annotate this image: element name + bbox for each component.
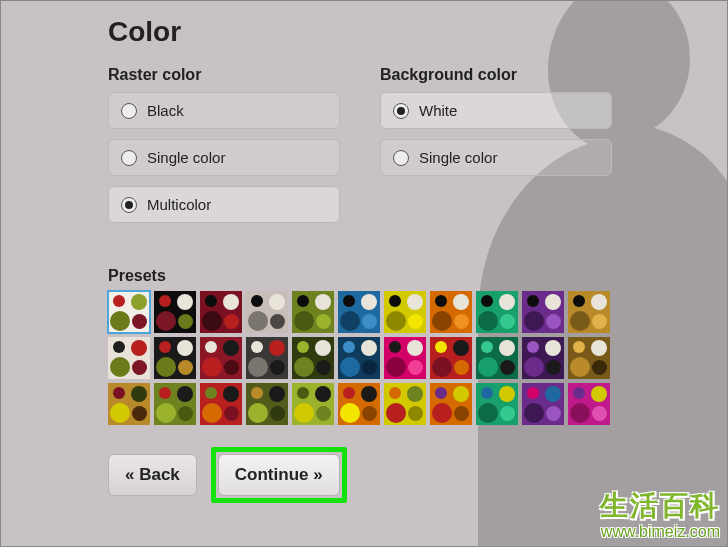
swatch-dot — [527, 387, 539, 399]
swatch-dot — [224, 360, 239, 375]
swatch-dot — [481, 341, 493, 353]
preset-swatch[interactable] — [246, 383, 288, 425]
preset-swatch[interactable] — [476, 291, 518, 333]
background-option[interactable]: White — [380, 92, 612, 129]
swatch-dot — [481, 295, 493, 307]
preset-swatch[interactable] — [568, 383, 610, 425]
swatch-dot — [478, 403, 498, 423]
preset-swatch[interactable] — [200, 337, 242, 379]
preset-swatch[interactable] — [430, 291, 472, 333]
preset-swatch[interactable] — [522, 383, 564, 425]
preset-swatch[interactable] — [200, 291, 242, 333]
swatch-dot — [362, 406, 377, 421]
swatch-dot — [500, 360, 515, 375]
preset-swatch[interactable] — [430, 337, 472, 379]
preset-swatch[interactable] — [108, 337, 150, 379]
swatch-dot — [408, 314, 423, 329]
swatch-dot — [361, 340, 377, 356]
raster-option[interactable]: Single color — [108, 139, 340, 176]
swatch-dot — [269, 294, 285, 310]
preset-swatch[interactable] — [476, 337, 518, 379]
radio-icon — [393, 103, 409, 119]
swatch-dot — [110, 311, 130, 331]
swatch-dot — [389, 341, 401, 353]
swatch-dot — [435, 295, 447, 307]
preset-swatch[interactable] — [108, 383, 150, 425]
swatch-dot — [113, 341, 125, 353]
swatch-dot — [315, 294, 331, 310]
swatch-dot — [500, 406, 515, 421]
preset-swatch[interactable] — [246, 337, 288, 379]
preset-swatch[interactable] — [292, 337, 334, 379]
preset-swatch[interactable] — [338, 383, 380, 425]
swatch-dot — [546, 360, 561, 375]
swatch-dot — [340, 403, 360, 423]
swatch-dot — [340, 357, 360, 377]
swatch-dot — [386, 357, 406, 377]
swatch-dot — [481, 387, 493, 399]
swatch-dot — [407, 294, 423, 310]
swatch-dot — [432, 403, 452, 423]
swatch-dot — [573, 387, 585, 399]
swatch-dot — [156, 357, 176, 377]
swatch-dot — [343, 295, 355, 307]
swatch-dot — [316, 314, 331, 329]
preset-swatch[interactable] — [430, 383, 472, 425]
swatch-dot — [592, 314, 607, 329]
swatch-dot — [132, 360, 147, 375]
swatch-dot — [570, 357, 590, 377]
back-button[interactable]: « Back — [108, 454, 197, 496]
preset-swatch[interactable] — [246, 291, 288, 333]
preset-swatch[interactable] — [154, 337, 196, 379]
preset-swatch[interactable] — [154, 383, 196, 425]
preset-swatch[interactable] — [476, 383, 518, 425]
swatch-dot — [294, 311, 314, 331]
continue-button[interactable]: Continue » — [218, 454, 340, 496]
swatch-dot — [432, 311, 452, 331]
swatch-dot — [573, 341, 585, 353]
swatch-dot — [591, 340, 607, 356]
raster-option[interactable]: Black — [108, 92, 340, 129]
preset-swatch[interactable] — [338, 291, 380, 333]
preset-swatch[interactable] — [568, 291, 610, 333]
swatch-dot — [545, 340, 561, 356]
preset-swatch[interactable] — [154, 291, 196, 333]
swatch-dot — [251, 295, 263, 307]
swatch-dot — [224, 314, 239, 329]
swatch-dot — [294, 403, 314, 423]
preset-swatch[interactable] — [384, 291, 426, 333]
radio-icon — [393, 150, 409, 166]
swatch-dot — [270, 314, 285, 329]
continue-highlight: Continue » — [211, 447, 347, 503]
preset-swatch[interactable] — [292, 291, 334, 333]
swatch-dot — [453, 294, 469, 310]
watermark-url: www.bimeiz.com — [600, 523, 720, 541]
swatch-dot — [343, 387, 355, 399]
swatch-dot — [573, 295, 585, 307]
preset-swatch[interactable] — [108, 291, 150, 333]
background-color-group: Background color WhiteSingle color — [380, 66, 612, 233]
swatch-dot — [248, 311, 268, 331]
background-color-label: Background color — [380, 66, 612, 84]
swatch-dot — [453, 340, 469, 356]
raster-option[interactable]: Multicolor — [108, 186, 340, 223]
preset-swatch[interactable] — [200, 383, 242, 425]
swatch-dot — [546, 314, 561, 329]
swatch-dot — [113, 387, 125, 399]
swatch-dot — [408, 406, 423, 421]
swatch-dot — [454, 314, 469, 329]
swatch-dot — [546, 406, 561, 421]
raster-color-label: Raster color — [108, 66, 340, 84]
background-option[interactable]: Single color — [380, 139, 612, 176]
preset-swatch[interactable] — [338, 337, 380, 379]
preset-swatch[interactable] — [384, 337, 426, 379]
preset-swatch[interactable] — [522, 337, 564, 379]
preset-swatch[interactable] — [522, 291, 564, 333]
swatch-dot — [478, 357, 498, 377]
preset-swatch[interactable] — [292, 383, 334, 425]
preset-swatch[interactable] — [384, 383, 426, 425]
preset-swatch[interactable] — [568, 337, 610, 379]
swatch-dot — [407, 386, 423, 402]
swatch-dot — [499, 340, 515, 356]
swatch-dot — [389, 295, 401, 307]
